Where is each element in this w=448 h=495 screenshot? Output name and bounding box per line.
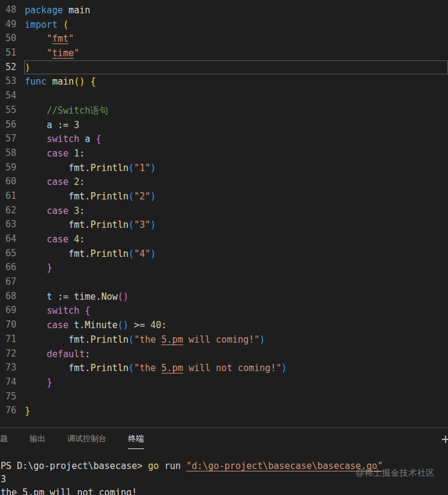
panel-tab-debug-console[interactable]: 调试控制台 (67, 429, 106, 449)
code-line[interactable]: 62 case 3: (0, 204, 448, 218)
code-line[interactable]: 51 "time" (0, 46, 448, 60)
code-line[interactable]: 60 case 2: (0, 175, 448, 189)
code-line[interactable]: 71 fmt.Println("the 5.pm will coming!") (0, 332, 448, 347)
code-line[interactable]: 52) (0, 60, 448, 75)
line-number[interactable]: 67 (0, 275, 24, 290)
line-number[interactable]: 53 (0, 74, 24, 89)
code-line[interactable]: 63 fmt.Println("3") (0, 218, 448, 232)
code-token: 3 (1, 474, 6, 485)
line-number[interactable]: 50 (0, 31, 24, 46)
panel-tab-output[interactable]: 输出 (30, 429, 45, 449)
code-line[interactable]: 59 fmt.Println("1") (0, 161, 448, 175)
code-line[interactable]: 76} (0, 404, 448, 418)
code-token (25, 148, 47, 159)
code-token (25, 48, 47, 59)
code-line[interactable]: 54 (0, 89, 448, 103)
code-token: will coming!" (183, 334, 259, 345)
code-line[interactable]: 53func main() { (0, 74, 448, 89)
code-line[interactable]: 65 fmt.Println("4") (0, 247, 448, 261)
code-token: ) (281, 363, 287, 374)
new-terminal-icon[interactable]: + (441, 432, 448, 446)
code-token: "1" (134, 163, 151, 173)
code-line[interactable]: 66 } (0, 260, 448, 275)
line-number[interactable]: 51 (0, 46, 24, 60)
code-token: ( (129, 163, 134, 173)
line-number[interactable]: 69 (0, 303, 24, 318)
line-number[interactable]: 75 (0, 390, 24, 404)
code-token: main (52, 76, 74, 87)
line-number[interactable]: 64 (0, 232, 24, 247)
code-token: Now (101, 291, 117, 302)
code-editor[interactable]: 48package main49import (50 "fmt"51 "time… (0, 0, 448, 427)
code-token (47, 76, 52, 87)
panel-tab-problems[interactable]: 问题 (0, 429, 8, 449)
code-token: } (47, 377, 52, 388)
line-number[interactable]: 66 (0, 260, 24, 275)
line-number[interactable]: 60 (0, 175, 24, 189)
code-token: ) (151, 163, 156, 173)
code-line[interactable]: 67 (0, 275, 448, 290)
code-token: case (47, 320, 68, 331)
line-number[interactable]: 49 (0, 18, 24, 32)
code-token: 3 (74, 120, 79, 131)
line-number[interactable]: 72 (0, 347, 24, 361)
code-token: } (47, 262, 52, 273)
code-text: fmt.Println("the 5.pm will not coming!") (24, 361, 448, 375)
code-line[interactable]: 64 case 4: (0, 232, 448, 247)
code-line[interactable]: 68 t := time.Now() (0, 290, 448, 304)
code-token: 2 (74, 176, 79, 187)
code-line[interactable]: 57 switch a { (0, 132, 448, 146)
line-number[interactable]: 56 (0, 118, 24, 132)
code-token: Println (90, 363, 128, 374)
line-number[interactable]: 61 (0, 189, 24, 204)
line-number[interactable]: 55 (0, 103, 24, 118)
line-number[interactable]: 63 (0, 218, 24, 232)
line-number[interactable]: 57 (0, 132, 24, 146)
code-token: Println (90, 248, 128, 259)
code-token (79, 134, 85, 144)
code-text: package main (24, 3, 448, 18)
code-line[interactable]: 69 switch { (0, 303, 448, 318)
line-number[interactable]: 52 (0, 60, 24, 75)
terminal-output[interactable]: PS D:\go-project\basecase> go run "d:\go… (0, 450, 448, 495)
line-number[interactable]: 62 (0, 204, 24, 218)
code-token: case (47, 234, 68, 245)
code-line[interactable]: 50 "fmt" (0, 31, 448, 46)
line-number[interactable]: 58 (0, 146, 24, 161)
code-line[interactable]: 56 a := 3 (0, 118, 448, 132)
line-number[interactable]: 59 (0, 161, 24, 175)
code-line[interactable]: 74 } (0, 375, 448, 390)
bottom-panel: 问题输出调试控制台终端 + PS D:\go-project\basecase>… (0, 427, 448, 494)
code-line[interactable]: 61 fmt.Println("2") (0, 189, 448, 204)
line-number[interactable]: 76 (0, 404, 24, 418)
code-token: () (118, 320, 129, 331)
code-line[interactable]: 73 fmt.Println("the 5.pm will not coming… (0, 361, 448, 375)
line-number[interactable]: 74 (0, 375, 24, 390)
code-token: switch (47, 305, 79, 316)
line-number[interactable]: 48 (0, 3, 24, 18)
code-token (25, 105, 47, 116)
line-number[interactable]: 73 (0, 361, 24, 375)
line-number[interactable]: 71 (0, 332, 24, 347)
code-line[interactable]: 72 default: (0, 347, 448, 361)
code-token: "the (134, 363, 161, 374)
code-line[interactable]: 75 (0, 390, 448, 404)
code-token: t (47, 291, 52, 302)
vscode-window: 48package main49import (50 "fmt"51 "time… (0, 0, 448, 495)
code-token: : (79, 148, 85, 159)
code-token: "d:\go-project\basecase\basecase.go" (186, 461, 383, 471)
line-number[interactable]: 70 (0, 318, 24, 332)
code-token: fmt (52, 33, 68, 44)
line-number[interactable]: 65 (0, 247, 24, 261)
code-line[interactable]: 58 case 1: (0, 146, 448, 161)
code-token: main (63, 5, 90, 16)
code-line[interactable]: 70 case t.Minute() >= 40: (0, 318, 448, 332)
code-line[interactable]: 55 //Switch语句 (0, 103, 448, 118)
code-token: ) (25, 62, 30, 73)
code-token (25, 262, 47, 273)
line-number[interactable]: 54 (0, 89, 24, 103)
code-line[interactable]: 48package main (0, 3, 448, 18)
code-line[interactable]: 49import ( (0, 18, 448, 32)
panel-tab-terminal[interactable]: 终端 (128, 429, 144, 449)
line-number[interactable]: 68 (0, 290, 24, 304)
